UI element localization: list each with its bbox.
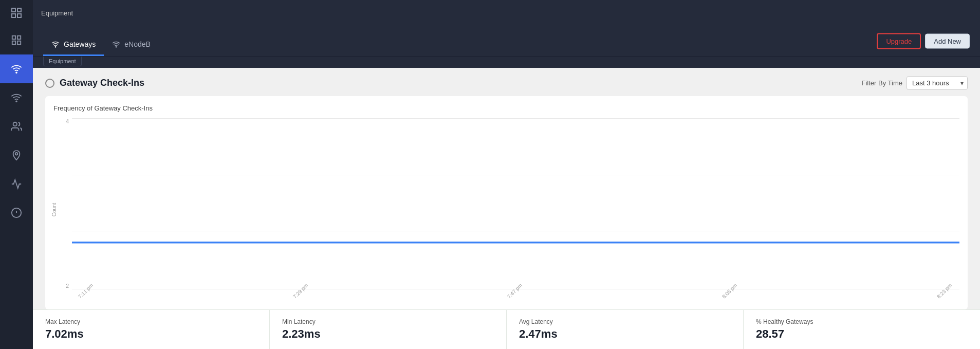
y-label-2: 2 (66, 283, 69, 289)
stat-avg-latency-label: Avg Latency (519, 318, 731, 325)
y-label-count: Count (51, 203, 57, 217)
sidebar-item-analytics[interactable] (0, 170, 33, 198)
svg-point-11 (15, 153, 18, 155)
breadcrumb-equipment: Equipment (41, 9, 73, 17)
users-icon (11, 121, 22, 132)
stat-max-latency-label: Max Latency (45, 318, 257, 325)
y-label-4: 4 (66, 118, 69, 124)
dashboard-icon (11, 34, 22, 46)
filter-by-time: Filter By Time Last 1 hour Last 3 hours … (862, 76, 968, 90)
checkins-title: Gateway Check-Ins (45, 78, 144, 88)
sidebar-item-network[interactable] (0, 83, 33, 112)
svg-rect-1 (17, 8, 21, 12)
equipment-icon (11, 63, 22, 75)
svg-rect-5 (17, 36, 21, 39)
y-axis: 4 Count 2 (53, 118, 72, 301)
svg-point-9 (16, 101, 17, 102)
filter-label: Filter By Time (862, 79, 902, 87)
tab-gateways-label: Gateways (64, 40, 96, 48)
sidebar-item-location[interactable] (0, 141, 33, 170)
chart-container: Frequency of Gateway Check-Ins 4 Count 2 (45, 96, 968, 309)
top-bar: Equipment (33, 0, 980, 26)
main-area: Equipment Gateways eNodeB Upgrade Add Ne… (33, 0, 980, 349)
right-actions: Upgrade Add New (877, 33, 970, 49)
tab-enodeb-label: eNodeB (124, 40, 151, 48)
upgrade-button[interactable]: Upgrade (877, 33, 921, 49)
chart-inner: 7:11 pm 7:29 pm 7:47 pm 8:05 pm 8:23 pm (72, 118, 959, 301)
stat-healthy-gateways-value: 28.57 (756, 327, 968, 341)
gateways-tab-icon (51, 40, 60, 48)
sidebar-item-users[interactable] (0, 112, 33, 141)
chart-title: Frequency of Gateway Check-Ins (53, 104, 959, 112)
add-new-button[interactable]: Add New (925, 33, 970, 48)
sidebar (0, 0, 33, 349)
enodeb-tab-icon (112, 40, 120, 48)
breadcrumb-tag: Equipment (43, 57, 82, 66)
sidebar-item-equipment[interactable] (0, 54, 33, 83)
stat-healthy-gateways: % Healthy Gateways 28.57 (744, 310, 980, 349)
analytics-icon (11, 178, 22, 190)
svg-rect-6 (12, 41, 15, 44)
sidebar-logo (0, 0, 33, 26)
sidebar-item-dashboard[interactable] (0, 26, 33, 54)
content-area: Gateway Check-Ins Filter By Time Last 1 … (33, 68, 980, 349)
svg-rect-0 (12, 8, 15, 12)
svg-rect-4 (12, 36, 15, 39)
stat-avg-latency-value: 2.47ms (519, 327, 731, 341)
chart-line-svg (72, 118, 959, 296)
checkins-header: Gateway Check-Ins Filter By Time Last 1 … (33, 68, 980, 96)
stat-min-latency-value: 2.23ms (282, 327, 494, 341)
stat-max-latency-value: 7.02ms (45, 327, 257, 341)
svg-point-8 (16, 72, 17, 73)
tab-enodeb[interactable]: eNodeB (104, 34, 159, 56)
stat-healthy-gateways-label: % Healthy Gateways (756, 318, 968, 325)
filter-select[interactable]: Last 1 hour Last 3 hours Last 6 hours La… (907, 76, 968, 90)
svg-rect-2 (12, 14, 15, 17)
filter-select-wrapper[interactable]: Last 1 hour Last 3 hours Last 6 hours La… (907, 76, 968, 90)
checkins-title-text: Gateway Check-Ins (60, 78, 144, 88)
x-axis-labels: 7:11 pm 7:29 pm 7:47 pm 8:05 pm 8:23 pm (72, 292, 959, 301)
checkins-icon (45, 79, 54, 88)
svg-point-16 (116, 47, 117, 47)
network-icon (11, 92, 22, 103)
svg-point-10 (13, 122, 17, 126)
stat-min-latency-label: Min Latency (282, 318, 494, 325)
sidebar-item-alerts[interactable] (0, 198, 33, 227)
breadcrumb-area: Equipment (33, 57, 980, 68)
svg-rect-7 (17, 41, 21, 44)
logo-icon (10, 7, 23, 19)
nav-tabs-bar: Gateways eNodeB Upgrade Add New (33, 26, 980, 57)
stat-min-latency: Min Latency 2.23ms (270, 310, 507, 349)
chart-body: 4 Count 2 (53, 118, 959, 301)
alerts-icon (11, 207, 22, 218)
stats-footer: Max Latency 7.02ms Min Latency 2.23ms Av… (33, 309, 980, 349)
svg-point-15 (55, 47, 56, 47)
stat-max-latency: Max Latency 7.02ms (33, 310, 270, 349)
stat-avg-latency: Avg Latency 2.47ms (507, 310, 744, 349)
svg-rect-3 (17, 14, 21, 17)
tab-gateways[interactable]: Gateways (43, 34, 104, 56)
location-icon (11, 150, 22, 161)
